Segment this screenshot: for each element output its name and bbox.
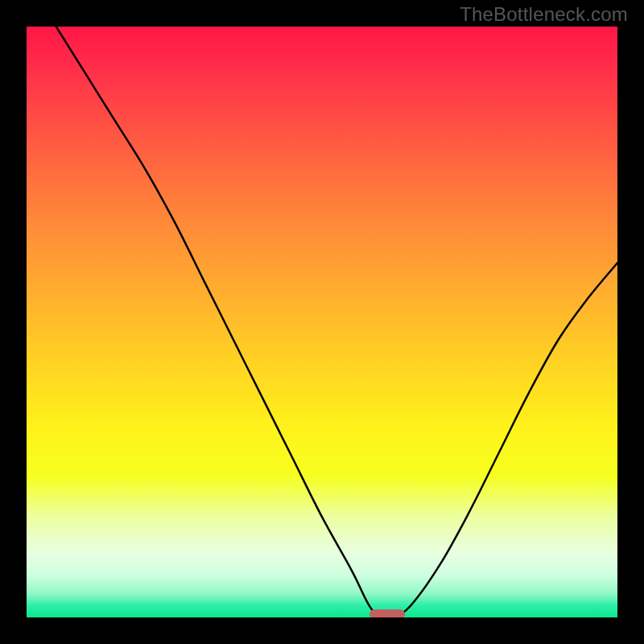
watermark-text: TheBottleneck.com [460,3,628,26]
curve-path [56,27,617,617]
chart-frame: TheBottleneck.com [0,0,644,644]
optimal-marker [369,609,405,617]
plot-area [27,27,617,617]
bottleneck-curve [27,27,617,617]
